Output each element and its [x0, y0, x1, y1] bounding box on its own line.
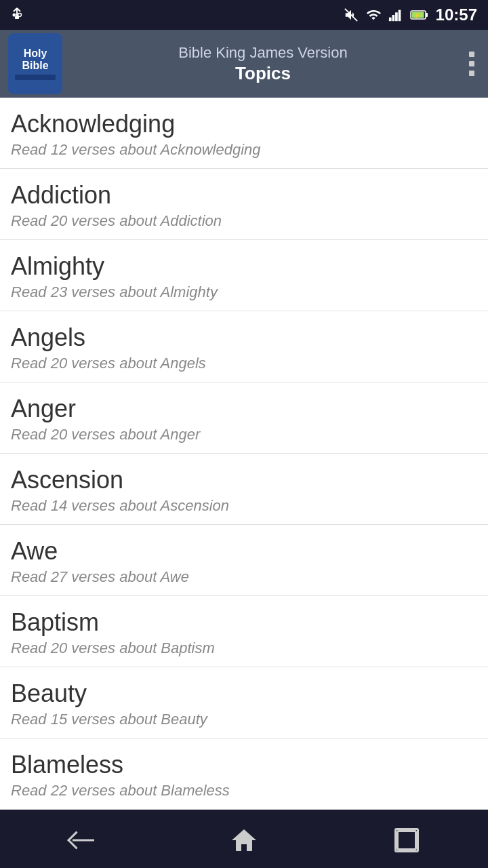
- app-bar-title: Bible King James Version: [178, 44, 347, 62]
- app-icon-line1: Holy: [24, 47, 47, 60]
- topic-name: Blameless: [11, 751, 477, 779]
- status-bar: ⚡ 10:57: [0, 0, 488, 30]
- topic-name: Beauty: [11, 679, 477, 708]
- svg-text:⚡: ⚡: [413, 12, 422, 20]
- topic-item[interactable]: AcknowledgingRead 12 verses about Acknow…: [0, 98, 488, 169]
- topic-subtitle: Read 20 verses about Angels: [11, 355, 477, 372]
- battery-icon: ⚡: [410, 9, 429, 21]
- topic-name: Angels: [11, 323, 477, 352]
- topic-item[interactable]: BaptismRead 20 verses about Baptism: [0, 596, 488, 667]
- topic-name: Anger: [11, 395, 477, 423]
- topic-item[interactable]: AngerRead 20 verses about Anger: [0, 382, 488, 454]
- home-button[interactable]: [217, 820, 271, 861]
- topic-subtitle: Read 14 verses about Ascension: [11, 497, 477, 515]
- home-door: [241, 844, 247, 851]
- usb-icon: [11, 7, 23, 23]
- svg-rect-7: [389, 18, 392, 21]
- topic-item[interactable]: AngelsRead 20 verses about Angels: [0, 311, 488, 382]
- svg-point-3: [13, 14, 16, 17]
- svg-rect-10: [398, 10, 401, 22]
- topic-subtitle: Read 23 verses about Almighty: [11, 283, 477, 301]
- topic-name: Baptism: [11, 608, 477, 637]
- topic-subtitle: Read 15 verses about Beauty: [11, 711, 477, 728]
- topic-name: Acknowledging: [11, 110, 477, 138]
- topics-list: AcknowledgingRead 12 verses about Acknow…: [0, 98, 488, 810]
- topic-subtitle: Read 12 verses about Acknowledging: [11, 141, 477, 159]
- recents-icon: [396, 830, 417, 850]
- menu-dot-2: [469, 61, 474, 66]
- topic-item[interactable]: AddictionRead 20 verses about Addiction: [0, 169, 488, 240]
- app-icon-book: [15, 75, 56, 80]
- back-button[interactable]: [54, 820, 108, 861]
- menu-button[interactable]: [464, 46, 480, 81]
- app-logo: Holy Bible: [8, 33, 62, 94]
- topic-subtitle: Read 20 verses about Addiction: [11, 212, 477, 230]
- svg-rect-12: [426, 13, 428, 17]
- status-right-icons: ⚡ 10:57: [344, 5, 477, 24]
- signal-icon: [388, 7, 403, 22]
- menu-dot-3: [469, 71, 474, 76]
- topic-subtitle: Read 20 verses about Anger: [11, 426, 477, 443]
- svg-rect-8: [392, 15, 394, 21]
- topic-item[interactable]: AscensionRead 14 verses about Ascension: [0, 454, 488, 525]
- wifi-icon: [365, 7, 382, 22]
- topic-name: Addiction: [11, 181, 477, 210]
- topic-name: Awe: [11, 537, 477, 566]
- topic-item[interactable]: AweRead 27 verses about Awe: [0, 525, 488, 596]
- mute-icon: [344, 7, 359, 22]
- svg-point-5: [18, 14, 22, 17]
- time-display: 10:57: [436, 5, 477, 24]
- topic-item[interactable]: BeautyRead 15 verses about Beauty: [0, 667, 488, 738]
- app-bar-center: Bible King James Version Topics: [62, 44, 464, 84]
- app-bar-subtitle: Topics: [235, 63, 291, 84]
- app-bar: Holy Bible Bible King James Version Topi…: [0, 30, 488, 98]
- status-left-icons: [11, 7, 23, 23]
- topic-item[interactable]: BlamelessRead 22 verses about Blameless: [0, 738, 488, 810]
- topic-name: Ascension: [11, 466, 477, 494]
- topic-name: Almighty: [11, 252, 477, 281]
- recents-button[interactable]: [380, 820, 434, 861]
- topic-subtitle: Read 22 verses about Blameless: [11, 782, 477, 800]
- topic-item[interactable]: AlmightyRead 23 verses about Almighty: [0, 240, 488, 311]
- topic-subtitle: Read 20 verses about Baptism: [11, 639, 477, 657]
- app-icon-line2: Bible: [22, 60, 48, 72]
- home-body: [236, 839, 252, 851]
- menu-dot-1: [469, 52, 474, 57]
- svg-rect-9: [395, 12, 398, 21]
- back-arrow-icon: [68, 830, 94, 850]
- nav-bar: [0, 810, 488, 868]
- home-icon: [232, 829, 256, 851]
- topic-subtitle: Read 27 verses about Awe: [11, 568, 477, 586]
